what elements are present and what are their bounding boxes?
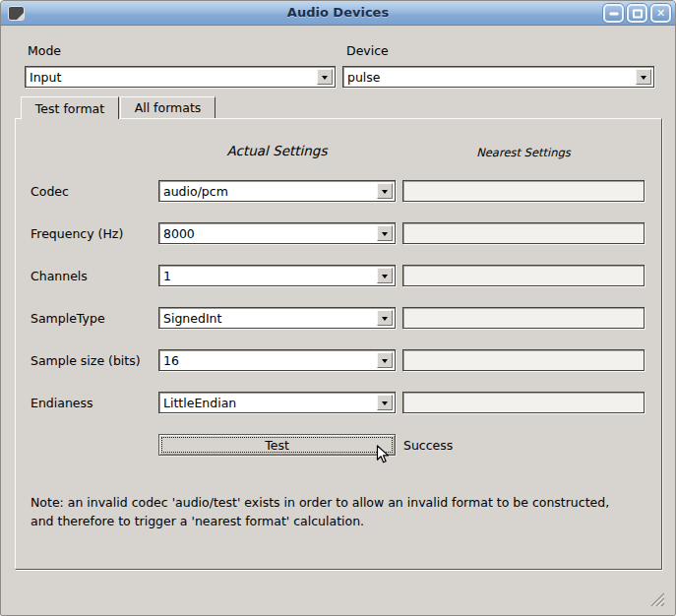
window-controls: ✕	[603, 4, 671, 23]
dropdown-arrow-icon	[377, 352, 393, 368]
samplesize-value: 16	[163, 350, 373, 370]
note-line-2: and therefore to trigger a 'nearest form…	[31, 513, 609, 531]
minimize-button[interactable]	[603, 4, 624, 23]
maximize-button[interactable]	[627, 4, 647, 23]
endianess-label: Endianess	[31, 392, 93, 413]
channels-value: 1	[163, 266, 373, 285]
codec-label: Codec	[31, 180, 69, 202]
channels-label: Channels	[31, 265, 88, 286]
test-status-text: Success	[403, 434, 453, 456]
dropdown-arrow-icon	[636, 69, 651, 85]
frequency-combobox[interactable]: 8000	[158, 222, 396, 244]
channels-combobox[interactable]: 1	[158, 265, 396, 286]
window-title: Audio Devices	[1, 1, 675, 25]
device-label: Device	[346, 43, 389, 59]
codec-value: audio/pcm	[163, 181, 373, 201]
dropdown-arrow-icon	[377, 268, 393, 283]
note-line-1: Note: an invalid codec 'audio/test' exis…	[31, 494, 609, 513]
codec-nearest-field	[402, 180, 645, 202]
nearest-settings-header: Nearest Settings	[402, 146, 645, 159]
note-text: Note: an invalid codec 'audio/test' exis…	[31, 494, 609, 530]
samplesize-combobox[interactable]: 16	[158, 349, 396, 371]
audio-devices-window: Audio Devices ✕ Mode Input Device pulse …	[0, 0, 676, 616]
tab-all-formats[interactable]: All formats	[120, 96, 215, 118]
channels-nearest-field	[402, 265, 645, 286]
dropdown-arrow-icon	[377, 395, 393, 410]
mode-value: Input	[30, 67, 313, 87]
sampletype-label: SampleType	[31, 307, 105, 329]
dropdown-arrow-icon	[377, 183, 393, 199]
frequency-value: 8000	[163, 223, 373, 243]
dropdown-arrow-icon	[377, 310, 393, 326]
dropdown-arrow-icon	[377, 225, 393, 241]
window-icon[interactable]	[8, 6, 25, 21]
sampletype-value: SignedInt	[163, 308, 373, 328]
endianess-nearest-field	[402, 392, 645, 413]
mode-combobox[interactable]: Input	[25, 66, 336, 88]
maximize-icon	[633, 9, 643, 18]
close-button[interactable]: ✕	[650, 4, 671, 23]
samplesize-nearest-field	[402, 349, 645, 371]
sampletype-combobox[interactable]: SignedInt	[158, 307, 396, 329]
mouse-pointer-icon	[376, 445, 391, 465]
endianess-combobox[interactable]: LittleEndian	[158, 392, 396, 413]
dropdown-arrow-icon	[317, 69, 333, 85]
sampletype-nearest-field	[402, 307, 645, 329]
frequency-label: Frequency (Hz)	[31, 222, 123, 244]
resize-grip-icon[interactable]	[650, 592, 664, 606]
tab-test-format[interactable]: Test format	[21, 96, 119, 119]
mode-label: Mode	[28, 43, 61, 59]
minimize-icon	[609, 12, 618, 15]
endianess-value: LittleEndian	[163, 393, 373, 412]
device-combobox[interactable]: pulse	[342, 66, 654, 88]
test-button[interactable]: Test	[158, 434, 396, 456]
samplesize-label: Sample size (bits)	[31, 349, 141, 371]
codec-combobox[interactable]: audio/pcm	[158, 180, 396, 202]
frequency-nearest-field	[402, 222, 645, 244]
actual-settings-header: Actual Settings	[158, 143, 396, 158]
device-value: pulse	[347, 67, 632, 87]
close-icon: ✕	[652, 6, 669, 21]
titlebar[interactable]: Audio Devices ✕	[1, 1, 675, 26]
